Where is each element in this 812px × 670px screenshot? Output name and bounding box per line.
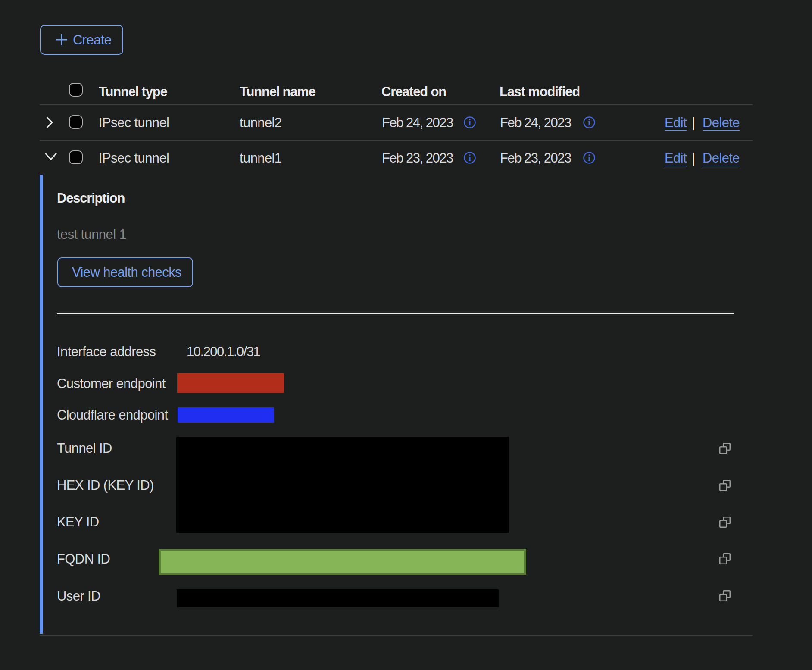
svg-text:i: i xyxy=(468,118,471,127)
svg-text:i: i xyxy=(588,118,590,127)
svg-text:i: i xyxy=(468,153,471,163)
svg-text:i: i xyxy=(588,153,590,163)
